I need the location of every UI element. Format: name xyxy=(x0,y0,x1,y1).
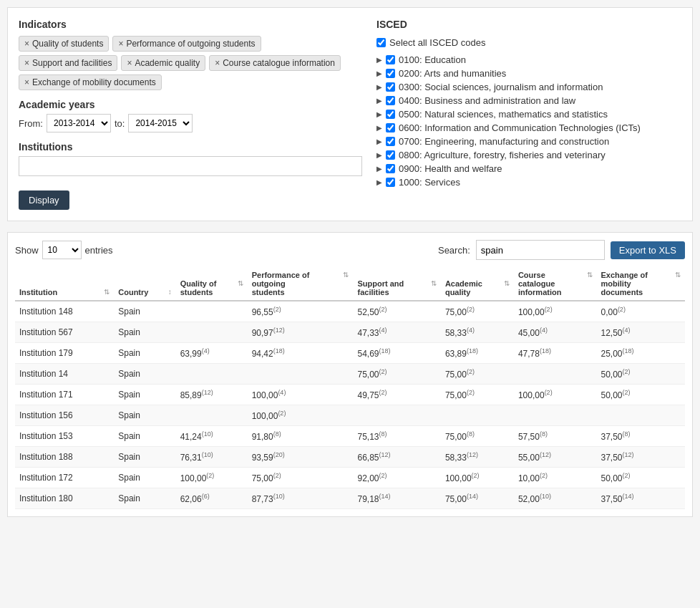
isced-arrow-0500[interactable]: ▶ xyxy=(376,110,382,118)
table-cell: Spain xyxy=(114,364,175,385)
isced-arrow-0800[interactable]: ▶ xyxy=(376,151,382,159)
table-cell xyxy=(597,405,685,426)
isced-label-0200: 0200: Arts and humanities xyxy=(399,68,506,79)
isced-title: ISCED xyxy=(376,19,681,30)
col-header-institution[interactable]: ⇅Institution xyxy=(15,267,114,301)
display-button[interactable]: Display xyxy=(19,190,69,210)
table-cell: 92,00(2) xyxy=(353,468,440,488)
table-cell: 41,24(10) xyxy=(176,426,248,447)
isced-checkbox-1000[interactable] xyxy=(386,178,395,187)
table-cell: 50,00(2) xyxy=(597,385,685,405)
isced-checkbox-0600[interactable] xyxy=(386,123,395,132)
isced-arrow-1000[interactable]: ▶ xyxy=(376,178,382,186)
isced-arrow-0100[interactable]: ▶ xyxy=(376,56,382,64)
to-year-select[interactable]: 2014-20152013-20142012-2013 xyxy=(128,114,193,132)
sort-icon-exchange_mobility[interactable]: ⇅ xyxy=(675,271,681,279)
isced-checkbox-0800[interactable] xyxy=(386,150,395,160)
isced-checkbox-0900[interactable] xyxy=(386,164,395,173)
tag-quality-students[interactable]: ×Quality of students xyxy=(19,36,109,52)
table-row: Institution 179Spain63,99(4)94,42(18)54,… xyxy=(15,343,685,364)
sort-icon-course_catalogue[interactable]: ⇅ xyxy=(587,271,593,279)
col-header-exchange_mobility[interactable]: ⇅Exchange ofmobilitydocuments xyxy=(597,267,685,301)
table-cell xyxy=(176,301,248,322)
table-cell: 75,00(2) xyxy=(353,364,440,385)
tag-support-facilities[interactable]: ×Support and facilities xyxy=(19,55,117,71)
table-cell: 75,00(14) xyxy=(441,488,514,509)
table-cell: 58,33(4) xyxy=(441,322,514,343)
table-cell: 100,00(2) xyxy=(514,385,597,405)
isced-label-0600: 0600: Information and Communication Tech… xyxy=(399,122,641,133)
entries-label: entries xyxy=(85,245,113,256)
table-cell: Spain xyxy=(114,468,175,488)
export-button[interactable]: Export to XLS xyxy=(611,241,685,259)
sort-icon-academic_quality[interactable]: ⇅ xyxy=(504,279,510,287)
table-cell: 0,00(2) xyxy=(597,301,685,322)
sort-icon-country[interactable]: ↕ xyxy=(168,288,172,296)
table-cell: Spain xyxy=(114,488,175,509)
tag-academic-quality[interactable]: ×Academic quality xyxy=(121,55,205,71)
col-label-institution: Institution xyxy=(19,288,110,296)
table-cell: 37,50(12) xyxy=(597,447,685,468)
search-input[interactable] xyxy=(476,240,605,260)
table-cell: 37,50(14) xyxy=(597,488,685,509)
table-cell: 75,00(2) xyxy=(441,301,514,322)
isced-checkbox-0200[interactable] xyxy=(386,69,395,78)
table-row: Institution 180Spain62,06(6)87,73(10)79,… xyxy=(15,488,685,509)
col-header-perf_outgoing[interactable]: ⇅Performance ofoutgoingstudents xyxy=(248,267,354,301)
table-cell: 52,50(2) xyxy=(353,301,440,322)
table-row: Institution 148Spain96,55(2)52,50(2)75,0… xyxy=(15,301,685,322)
col-header-academic_quality[interactable]: ⇅Academicquality xyxy=(441,267,514,301)
table-row: Institution 188Spain76,31(10)93,59(20)66… xyxy=(15,447,685,468)
tag-exchange-mobility[interactable]: ×Exchange of mobility documents xyxy=(19,74,162,90)
isced-item-0100: ▶0100: Education xyxy=(376,53,681,67)
table-cell: 96,55(2) xyxy=(248,301,354,322)
col-label-perf_outgoing: Performance ofoutgoingstudents xyxy=(252,271,349,296)
col-header-quality_students[interactable]: ⇅Quality ofstudents xyxy=(176,267,248,301)
table-cell: 25,00(18) xyxy=(597,343,685,364)
col-header-country[interactable]: ↕Country xyxy=(114,267,175,301)
from-year-select[interactable]: 2013-20142012-20132011-2012 xyxy=(47,114,111,132)
isced-item-0600: ▶0600: Information and Communication Tec… xyxy=(376,121,681,135)
table-cell: 87,73(10) xyxy=(248,488,354,509)
isced-item-0400: ▶0400: Business and administration and l… xyxy=(376,94,681,107)
isced-label-1000: 1000: Services xyxy=(399,177,460,188)
table-cell: 55,00(12) xyxy=(514,447,597,468)
tag-perf-outgoing[interactable]: ×Performance of outgoing students xyxy=(112,36,261,52)
table-cell: 10,00(2) xyxy=(514,468,597,488)
isced-checkbox-0300[interactable] xyxy=(386,82,395,92)
data-table: ⇅Institution↕Country⇅Quality ofstudents⇅… xyxy=(15,267,685,509)
isced-checkbox-0100[interactable] xyxy=(386,55,395,64)
isced-checkbox-0500[interactable] xyxy=(386,110,395,119)
sort-icon-institution[interactable]: ⇅ xyxy=(104,288,110,296)
isced-arrow-0200[interactable]: ▶ xyxy=(376,69,382,77)
table-cell: 94,42(18) xyxy=(248,343,354,364)
isced-checkbox-0400[interactable] xyxy=(386,96,395,105)
isced-arrow-0400[interactable]: ▶ xyxy=(376,97,382,105)
isced-item-0200: ▶0200: Arts and humanities xyxy=(376,67,681,80)
sort-icon-support_facilities[interactable]: ⇅ xyxy=(431,279,437,287)
tag-course-catalogue[interactable]: ×Course catalogue information xyxy=(209,55,341,71)
isced-arrow-0600[interactable]: ▶ xyxy=(376,124,382,132)
isced-arrow-0700[interactable]: ▶ xyxy=(376,137,382,145)
table-cell: Institution 188 xyxy=(15,447,114,468)
isced-arrow-0300[interactable]: ▶ xyxy=(376,83,382,91)
table-row: Institution 153Spain41,24(10)91,80(8)75,… xyxy=(15,426,685,447)
table-cell: 75,00(2) xyxy=(441,385,514,405)
col-header-support_facilities[interactable]: ⇅Support andfacilities xyxy=(353,267,440,301)
isced-select-all-checkbox[interactable] xyxy=(376,38,386,47)
isced-arrow-0900[interactable]: ▶ xyxy=(376,165,382,173)
sort-icon-quality_students[interactable]: ⇅ xyxy=(238,279,243,287)
isced-item-1000: ▶1000: Services xyxy=(376,175,681,189)
isced-checkbox-0700[interactable] xyxy=(386,137,395,146)
institutions-input[interactable] xyxy=(19,156,362,176)
table-cell: 100,00(2) xyxy=(176,468,248,488)
table-cell: 85,89(12) xyxy=(176,385,248,405)
table-cell: 100,00(4) xyxy=(248,385,354,405)
col-label-academic_quality: Academicquality xyxy=(445,279,510,296)
from-label: From: xyxy=(19,118,43,129)
table-cell: 54,69(18) xyxy=(353,343,440,364)
table-cell: 49,75(2) xyxy=(353,385,440,405)
sort-icon-perf_outgoing[interactable]: ⇅ xyxy=(343,271,349,279)
col-header-course_catalogue[interactable]: ⇅Coursecatalogueinformation xyxy=(514,267,597,301)
entries-select[interactable]: 102550100 xyxy=(42,241,82,259)
